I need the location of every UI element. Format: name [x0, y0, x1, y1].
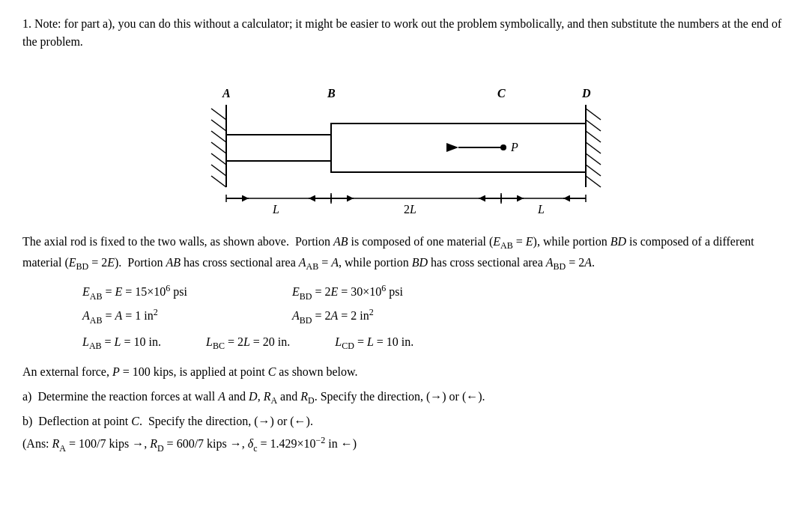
eq1-line1: EAB = E = 15×106 psi — [82, 281, 232, 305]
svg-line-7 — [211, 176, 226, 187]
svg-line-5 — [211, 153, 226, 165]
svg-line-1 — [211, 109, 226, 120]
svg-line-6 — [211, 165, 226, 176]
svg-point-19 — [500, 144, 506, 150]
svg-text:C: C — [497, 87, 506, 100]
len3: LCD = L = 10 in. — [335, 332, 413, 355]
diagram: P A B C D L — [181, 60, 631, 225]
svg-line-2 — [211, 120, 226, 131]
problem-note: 1. Note: for part a), you can do this wi… — [22, 15, 790, 51]
len2: LBC = 2L = 20 in. — [206, 332, 290, 355]
svg-text:A: A — [222, 87, 231, 100]
eq2-line2: ABD = 2A = 2 in2 — [292, 305, 442, 329]
external-force-text: An external force, P = 100 kips, is appl… — [22, 362, 790, 382]
body-text: The axial rod is fixed to the two walls,… — [22, 232, 790, 275]
eq-col-left: EAB = E = 15×106 psi AAB = A = 1 in2 — [82, 281, 232, 329]
svg-line-11 — [586, 131, 601, 142]
svg-text:L: L — [272, 203, 279, 216]
svg-text:2L: 2L — [404, 203, 416, 216]
svg-text:L: L — [537, 203, 545, 216]
svg-line-3 — [211, 131, 226, 142]
svg-line-15 — [586, 176, 601, 187]
svg-line-12 — [586, 142, 601, 153]
equations-container: EAB = E = 15×106 psi AAB = A = 1 in2 EBD… — [82, 281, 790, 329]
part-a-text: a) Determine the reaction forces at wall… — [22, 387, 790, 408]
lengths-container: LAB = L = 10 in. LBC = 2L = 20 in. LCD =… — [82, 332, 790, 355]
svg-text:B: B — [327, 87, 336, 100]
svg-line-13 — [586, 153, 601, 165]
svg-line-9 — [586, 109, 601, 120]
eq2-line1: EBD = 2E = 30×106 psi — [292, 281, 442, 305]
len1: LAB = L = 10 in. — [82, 332, 161, 355]
eq1-line2: AAB = A = 1 in2 — [82, 305, 232, 329]
answer-text: (Ans: RA = 100/7 kips →, RD = 600/7 kips… — [22, 433, 790, 456]
eq-col-right: EBD = 2E = 30×106 psi ABD = 2A = 2 in2 — [292, 281, 442, 329]
svg-text:D: D — [581, 87, 591, 100]
svg-line-4 — [211, 142, 226, 153]
svg-line-10 — [586, 120, 601, 131]
svg-rect-16 — [226, 135, 331, 161]
svg-line-14 — [586, 165, 601, 176]
part-b-text: b) Deflection at point C. Specify the di… — [22, 412, 790, 431]
svg-text:P: P — [510, 141, 518, 153]
